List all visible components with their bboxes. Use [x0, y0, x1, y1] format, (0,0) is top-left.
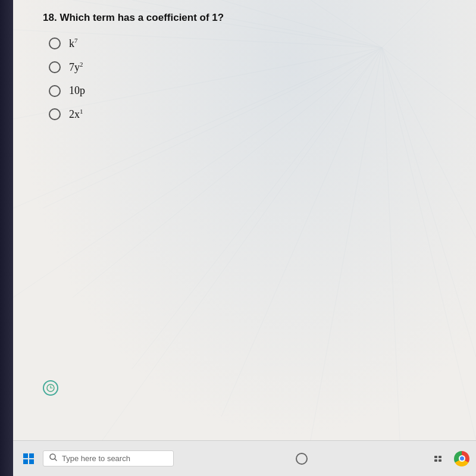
question-text: Which term has a coefficient of 1? [60, 12, 224, 23]
option-a[interactable]: k7 [49, 37, 447, 50]
taskbar: Type here to search [13, 440, 476, 476]
clock-svg [46, 384, 55, 392]
question-number: 18. [43, 12, 57, 23]
question-title: 18. Which term has a coefficient of 1? [43, 12, 447, 24]
radio-a[interactable] [49, 37, 61, 49]
option-d[interactable]: 2x1 [49, 108, 447, 121]
option-b-text: 7y2 [69, 61, 83, 74]
chrome-icon-inner [459, 455, 465, 462]
option-a-text: k7 [69, 37, 78, 50]
windows-start-button[interactable] [19, 449, 38, 468]
windows-icon [23, 453, 34, 464]
main-content-area: 18. Which term has a coefficient of 1? k… [13, 0, 476, 440]
taskbar-right-icons [430, 450, 470, 467]
clock-icon[interactable] [43, 380, 58, 396]
radio-c[interactable] [49, 85, 61, 97]
taskbar-search[interactable]: Type here to search [43, 450, 174, 466]
taskbar-circle-button[interactable] [296, 453, 308, 465]
option-c-text: 10p [69, 84, 85, 97]
option-b[interactable]: 7y2 [49, 61, 447, 74]
chrome-icon-outer [454, 451, 469, 466]
taskview-icon [434, 456, 441, 462]
clock-area[interactable] [43, 380, 58, 396]
radio-b[interactable] [49, 61, 61, 73]
option-d-text: 2x1 [69, 108, 83, 121]
search-icon [49, 453, 57, 464]
question-container: 18. Which term has a coefficient of 1? k… [43, 12, 447, 121]
search-placeholder-text: Type here to search [62, 454, 130, 463]
options-list: k7 7y2 10p 2x1 [49, 37, 447, 121]
task-view-button[interactable] [430, 450, 446, 467]
option-c[interactable]: 10p [49, 84, 447, 97]
left-bezel [0, 0, 13, 476]
taskbar-center-area [178, 453, 425, 465]
chrome-taskbar-icon[interactable] [453, 450, 470, 467]
radio-d[interactable] [49, 108, 61, 120]
svg-line-24 [55, 459, 57, 461]
